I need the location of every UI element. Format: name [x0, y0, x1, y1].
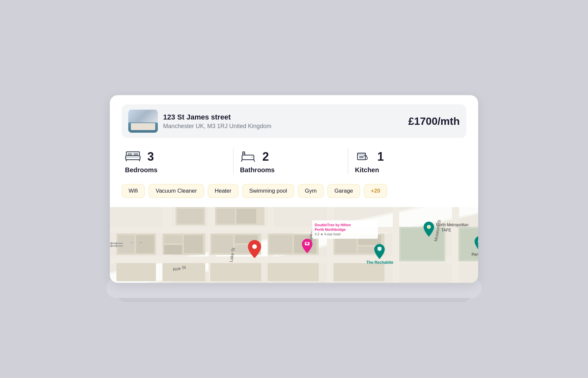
svg-rect-28	[217, 209, 235, 224]
bathrooms-label: Bathrooms	[240, 166, 275, 174]
svg-rect-36	[164, 245, 182, 254]
card-wrapper: 123 St James street Manchester UK, M3 1R…	[97, 82, 491, 296]
svg-text:→: →	[138, 240, 143, 245]
property-info: 123 St James street Manchester UK, M3 1R…	[163, 113, 271, 130]
property-header: 123 St James street Manchester UK, M3 1R…	[122, 104, 466, 138]
amenity-gym[interactable]: Gym	[298, 184, 324, 198]
kitchen-icon	[355, 150, 371, 163]
svg-rect-56	[333, 263, 384, 281]
amenity-pool[interactable]: Swimming pool	[242, 184, 294, 198]
svg-rect-22	[452, 207, 459, 283]
amenity-more[interactable]: +20	[364, 184, 387, 198]
property-card: 123 St James street Manchester UK, M3 1R…	[110, 95, 478, 283]
stat-bedrooms-row: 3	[125, 150, 154, 164]
svg-rect-54	[210, 263, 261, 281]
kitchen-count: 1	[377, 150, 384, 164]
svg-rect-3	[134, 153, 138, 156]
svg-text:Perth Northbridge: Perth Northbridge	[315, 228, 346, 231]
bed-icon	[125, 150, 141, 163]
svg-point-71	[252, 244, 257, 249]
property-image-inner	[128, 110, 158, 133]
stats-section: 3 Bedrooms	[122, 148, 466, 175]
amenity-vacuum[interactable]: Vacuum Cleaner	[149, 184, 204, 198]
amenity-wifi[interactable]: Wifi	[122, 184, 145, 198]
svg-text:DoubleTree by Hilton: DoubleTree by Hilton	[315, 223, 351, 227]
svg-rect-2	[128, 153, 132, 156]
svg-point-7	[251, 156, 253, 158]
bedrooms-label: Bedrooms	[125, 166, 158, 174]
svg-text:4.3 ★ 4-star hotel: 4.3 ★ 4-star hotel	[315, 232, 340, 236]
stat-bathrooms: 2 Bathrooms	[233, 150, 348, 174]
stat-kitchen: 1 Kitchen	[348, 150, 463, 174]
property-address: 123 St James street	[163, 113, 271, 122]
svg-rect-55	[268, 263, 319, 281]
map-section: ← → Roe St Lake St William S Museum St D	[110, 207, 478, 283]
svg-text:The Rechabite: The Rechabite	[366, 260, 393, 265]
property-price: £1700/mth	[408, 115, 460, 127]
svg-text:Perth Mess Ha: Perth Mess Ha	[472, 252, 478, 257]
svg-rect-1	[126, 157, 140, 158]
svg-rect-9	[357, 153, 365, 155]
svg-text:North Metropolitan: North Metropolitan	[436, 223, 469, 227]
property-location: Manchester UK, M3 1RJ United Kingdom	[163, 123, 271, 130]
svg-rect-52	[116, 263, 156, 281]
svg-point-74	[306, 242, 308, 244]
amenity-heater[interactable]: Heater	[208, 184, 238, 198]
svg-text:TAFE: TAFE	[441, 228, 451, 232]
svg-text:⚡: ⚡	[427, 226, 430, 229]
stat-bathrooms-row: 2	[240, 150, 269, 164]
property-header-left: 123 St James street Manchester UK, M3 1R…	[128, 110, 271, 133]
svg-rect-26	[177, 209, 204, 224]
bathrooms-count: 2	[262, 150, 269, 164]
amenity-garage[interactable]: Garage	[328, 184, 360, 198]
stat-bedrooms: 3 Bedrooms	[125, 150, 233, 174]
kitchen-label: Kitchen	[355, 166, 379, 174]
svg-rect-20	[327, 207, 334, 283]
bath-icon	[240, 150, 256, 163]
map-svg: ← → Roe St Lake St William S Museum St D	[110, 207, 478, 283]
property-image	[128, 110, 158, 133]
stat-kitchen-row: 1	[355, 150, 384, 164]
amenities-section: Wifi Vacuum Cleaner Heater Swimming pool…	[122, 184, 466, 198]
svg-rect-21	[393, 207, 399, 283]
bedrooms-count: 3	[147, 150, 154, 164]
svg-rect-35	[184, 235, 203, 253]
svg-rect-29	[236, 209, 256, 224]
svg-text:←: ←	[130, 240, 134, 245]
svg-rect-42	[269, 235, 292, 253]
svg-rect-38	[212, 235, 233, 253]
svg-rect-34	[164, 235, 182, 243]
